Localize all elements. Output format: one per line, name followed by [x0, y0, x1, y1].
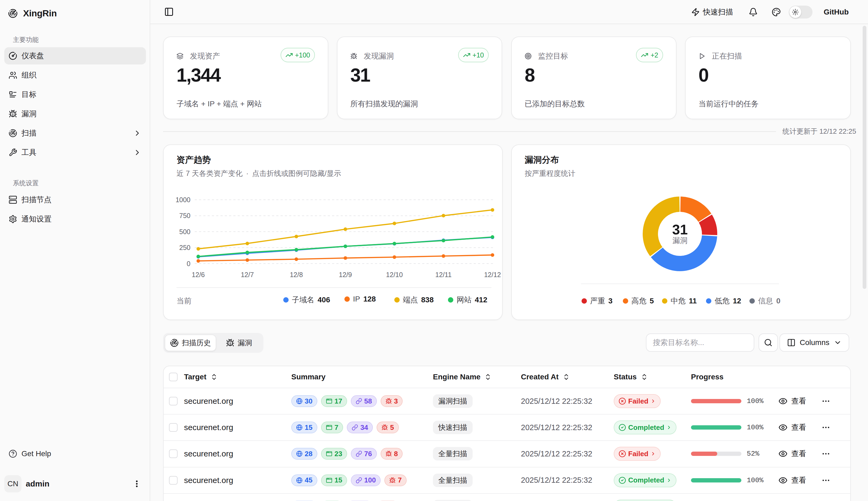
svg-text:1000: 1000	[175, 196, 190, 203]
svg-text:12/12: 12/12	[484, 271, 501, 278]
svg-text:12/7: 12/7	[241, 271, 254, 278]
svg-text:0: 0	[187, 260, 190, 267]
svg-text:12/6: 12/6	[192, 271, 205, 278]
svg-text:500: 500	[179, 228, 190, 235]
svg-text:12/8: 12/8	[290, 271, 303, 278]
svg-text:12/11: 12/11	[435, 271, 452, 278]
svg-text:漏洞: 漏洞	[672, 236, 688, 245]
svg-text:250: 250	[179, 244, 190, 251]
svg-text:12/10: 12/10	[386, 271, 403, 278]
svg-text:12/9: 12/9	[339, 271, 352, 278]
svg-text:31: 31	[672, 222, 688, 237]
svg-text:750: 750	[179, 212, 190, 219]
